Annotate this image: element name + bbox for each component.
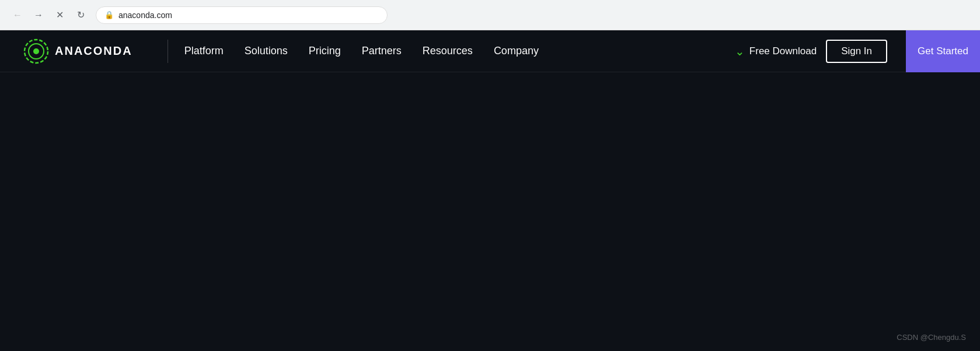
nav-link-partners[interactable]: Partners — [362, 45, 402, 57]
logo-section[interactable]: ANACONDA — [23, 38, 132, 64]
get-started-label: Get Started — [918, 45, 968, 57]
nav-link-platform[interactable]: Platform — [184, 45, 224, 57]
main-content: CSDN @Chengdu.S — [0, 72, 980, 351]
nav-links: Platform Solutions Pricing Partners Reso… — [184, 45, 735, 57]
logo-text: ANACONDA — [55, 44, 132, 58]
url-text: anaconda.com — [118, 10, 172, 20]
browser-chrome: ← → ✕ ↻ 🔒 anaconda.com — [0, 0, 980, 30]
nav-link-solutions[interactable]: Solutions — [245, 45, 288, 57]
sign-in-label: Sign In — [841, 45, 872, 57]
back-button[interactable]: ← — [9, 7, 26, 23]
nav-link-company[interactable]: Company — [494, 45, 539, 57]
download-icon: ⌄ — [735, 44, 745, 58]
nav-actions: ⌄ Free Download Sign In Get Started — [735, 30, 957, 72]
reload-button[interactable]: ↻ — [72, 7, 89, 23]
navbar: ANACONDA Platform Solutions Pricing Part… — [0, 30, 980, 72]
website: ANACONDA Platform Solutions Pricing Part… — [0, 30, 980, 351]
nav-divider — [168, 40, 168, 63]
lock-icon: 🔒 — [104, 10, 114, 19]
free-download-label: Free Download — [749, 45, 817, 57]
get-started-button[interactable]: Get Started — [906, 30, 980, 72]
anaconda-logo-icon — [23, 38, 49, 64]
reload-icon: ↻ — [77, 9, 85, 20]
svg-point-2 — [33, 48, 39, 54]
close-icon: ✕ — [56, 9, 64, 20]
forward-icon: → — [34, 10, 43, 20]
nav-link-resources[interactable]: Resources — [423, 45, 473, 57]
sign-in-button[interactable]: Sign In — [826, 40, 887, 63]
close-button[interactable]: ✕ — [51, 7, 68, 23]
free-download-button[interactable]: ⌄ Free Download — [735, 44, 817, 58]
forward-button[interactable]: → — [30, 7, 47, 23]
back-icon: ← — [13, 10, 22, 20]
nav-link-pricing[interactable]: Pricing — [309, 45, 341, 57]
address-bar[interactable]: 🔒 anaconda.com — [96, 6, 388, 24]
watermark: CSDN @Chengdu.S — [897, 333, 966, 342]
browser-nav-buttons: ← → ✕ ↻ — [9, 7, 89, 23]
